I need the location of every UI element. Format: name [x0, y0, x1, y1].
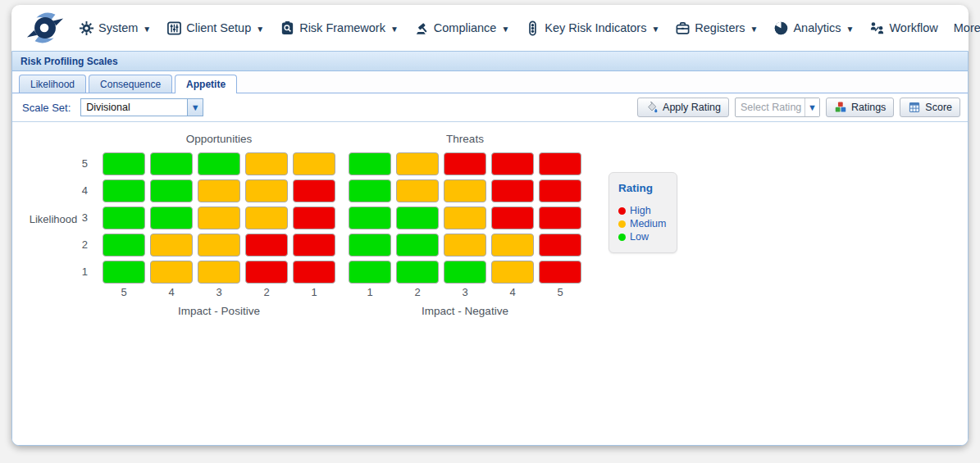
opportunities-cell-likelihood2-impact1-high[interactable]	[293, 234, 335, 256]
paint-bucket-icon	[645, 101, 659, 114]
threats-impact-label-1: 1	[349, 286, 391, 298]
opportunities-impact-label-5: 5	[103, 286, 145, 298]
opportunities-cell-likelihood1-impact4-medium[interactable]	[150, 261, 193, 284]
opportunities-cell-likelihood5-impact1-medium[interactable]	[293, 152, 335, 175]
opportunities-cell-likelihood4-impact1-high[interactable]	[293, 179, 335, 202]
threats-cell-likelihood2-impact5-high[interactable]	[539, 234, 581, 256]
opportunities-cell-likelihood1-impact2-high[interactable]	[245, 261, 288, 284]
threats-cell-likelihood1-impact4-medium[interactable]	[491, 261, 534, 284]
threats-cell-likelihood4-impact3-medium[interactable]	[444, 179, 486, 202]
toolbar: Scale Set: Divisional ▼ Apply Rating	[12, 93, 968, 122]
opportunities-cell-likelihood3-impact5-low[interactable]	[103, 207, 145, 229]
opportunities-cell-likelihood3-impact3-medium[interactable]	[198, 207, 240, 229]
opportunities-cell-likelihood3-impact1-high[interactable]	[293, 207, 335, 229]
nav-item-label: Registers	[695, 21, 745, 34]
chevron-down-icon: ▼	[256, 25, 264, 34]
legend-item-medium: Medium	[618, 218, 677, 229]
opportunities-cell-likelihood2-impact5-low[interactable]	[103, 234, 145, 256]
nav-item-client-setup[interactable]: Client Setup▼	[166, 20, 264, 36]
chevron-down-icon[interactable]: ▼	[805, 98, 819, 116]
sliders-icon	[166, 20, 182, 36]
threats-cell-likelihood5-impact3-high[interactable]	[444, 152, 486, 175]
threats-cell-likelihood2-impact4-medium[interactable]	[491, 234, 534, 256]
score-button[interactable]: Score	[900, 98, 960, 117]
legend-item-label: Low	[630, 231, 649, 243]
opportunities-cell-likelihood4-impact2-medium[interactable]	[245, 179, 288, 202]
nav-item-compliance[interactable]: Compliance▼	[414, 20, 509, 36]
title-bar: Risk Profiling Scales	[12, 52, 968, 71]
threats-cell-likelihood3-impact1-low[interactable]	[349, 207, 391, 229]
nav-item-risk-framework[interactable]: Risk Framework▼	[280, 20, 399, 36]
opportunities-title: Opportunities	[103, 133, 335, 145]
nav-item-workflow[interactable]: Workflow	[869, 20, 937, 36]
opportunities-cell-likelihood1-impact1-high[interactable]	[293, 261, 335, 284]
opportunities-cell-likelihood4-impact5-low[interactable]	[103, 179, 145, 202]
opportunities-cell-likelihood1-impact5-low[interactable]	[103, 261, 145, 284]
threats-cell-likelihood2-impact1-low[interactable]	[349, 234, 391, 256]
threats-cell-likelihood5-impact2-medium[interactable]	[396, 152, 439, 175]
threats-cell-likelihood5-impact5-high[interactable]	[539, 152, 581, 175]
nav-item-analytics[interactable]: Analytics▼	[773, 20, 854, 36]
opportunities-cell-likelihood5-impact5-low[interactable]	[103, 152, 145, 175]
opportunities-cell-likelihood3-impact2-medium[interactable]	[245, 207, 288, 229]
tab-appetite[interactable]: Appetite	[175, 75, 237, 93]
opportunities-cell-likelihood2-impact4-medium[interactable]	[150, 234, 193, 256]
threats-cell-likelihood4-impact1-low[interactable]	[349, 179, 391, 202]
scale-set-select[interactable]: Divisional ▼	[80, 98, 203, 116]
ratings-label: Ratings	[851, 102, 886, 113]
threats-cell-likelihood4-impact2-medium[interactable]	[396, 179, 439, 202]
threats-cell-likelihood3-impact2-low[interactable]	[396, 207, 439, 229]
threats-cell-likelihood4-impact4-high[interactable]	[491, 179, 534, 202]
apply-rating-button[interactable]: Apply Rating	[637, 98, 729, 117]
threats-x-axis-label: Impact - Negative	[349, 305, 581, 317]
opportunities-impact-label-2: 2	[245, 286, 288, 298]
tab-consequence[interactable]: Consequence	[89, 75, 172, 93]
threats-cell-likelihood1-impact2-low[interactable]	[396, 261, 439, 284]
nav-item-registers[interactable]: Registers▼	[675, 20, 758, 36]
threats-cell-likelihood5-impact4-high[interactable]	[491, 152, 534, 175]
opportunities-cell-likelihood2-impact2-high[interactable]	[245, 234, 288, 256]
threats-cell-likelihood2-impact2-low[interactable]	[396, 234, 439, 256]
threats-cell-likelihood1-impact5-high[interactable]	[539, 261, 581, 284]
opportunities-cell-likelihood3-impact4-low[interactable]	[150, 207, 193, 229]
opportunities-cell-likelihood2-impact3-medium[interactable]	[198, 234, 240, 256]
legend-title: Rating	[618, 182, 677, 194]
tab-likelihood[interactable]: Likelihood	[19, 75, 86, 93]
threats-cell-likelihood4-impact5-high[interactable]	[539, 179, 581, 202]
threats-cell-likelihood1-impact3-low[interactable]	[444, 261, 486, 284]
select-rating-dropdown[interactable]: Select Rating ▼	[735, 98, 820, 117]
threats-impact-label-5: 5	[539, 286, 581, 298]
legend-items: HighMediumLow	[618, 205, 677, 243]
legend-item-label: Medium	[630, 218, 666, 229]
chevron-down-icon: ▼	[390, 25, 399, 34]
opportunities-cell-likelihood5-impact3-low[interactable]	[198, 152, 240, 175]
opportunities-cell-likelihood5-impact2-medium[interactable]	[245, 152, 288, 175]
opportunities-cell-likelihood1-impact3-medium[interactable]	[198, 261, 240, 284]
threats-cell-likelihood2-impact3-medium[interactable]	[444, 234, 486, 256]
threats-cell-likelihood1-impact1-low[interactable]	[349, 261, 391, 284]
threats-cell-likelihood3-impact3-medium[interactable]	[444, 207, 486, 229]
opportunities-cell-likelihood4-impact3-medium[interactable]	[198, 179, 240, 202]
threats-cell-likelihood3-impact5-high[interactable]	[539, 207, 581, 229]
threats-cell-likelihood5-impact1-low[interactable]	[349, 152, 391, 175]
threats-title: Threats	[349, 133, 581, 145]
nav-item-label: Analytics	[793, 21, 841, 34]
threats-cell-likelihood3-impact4-high[interactable]	[491, 207, 534, 229]
opportunities-cell-likelihood5-impact4-low[interactable]	[150, 152, 193, 175]
chevron-down-icon: ▼	[750, 25, 759, 34]
app-window: System▼Client Setup▼Risk Framework▼Compl…	[11, 5, 969, 446]
ratings-button[interactable]: Ratings	[826, 98, 894, 117]
gear-icon	[79, 20, 94, 36]
threats-impact-label-2: 2	[396, 286, 439, 298]
nav-item-more[interactable]: More▼	[954, 21, 980, 34]
chevron-down-icon: ▼	[846, 25, 854, 34]
briefcase-icon	[675, 20, 691, 36]
chevron-down-icon[interactable]: ▼	[187, 99, 203, 116]
nav-item-system[interactable]: System▼	[79, 20, 151, 36]
high-dot-icon	[618, 207, 626, 215]
legend-item-high: High	[618, 205, 677, 216]
nav-item-key-risk-indicators[interactable]: Key Risk Indicators▼	[525, 20, 659, 36]
main-panel: Risk Profiling Scales LikelihoodConseque…	[11, 51, 969, 446]
apply-rating-label: Apply Rating	[663, 102, 721, 113]
opportunities-cell-likelihood4-impact4-low[interactable]	[150, 179, 193, 202]
